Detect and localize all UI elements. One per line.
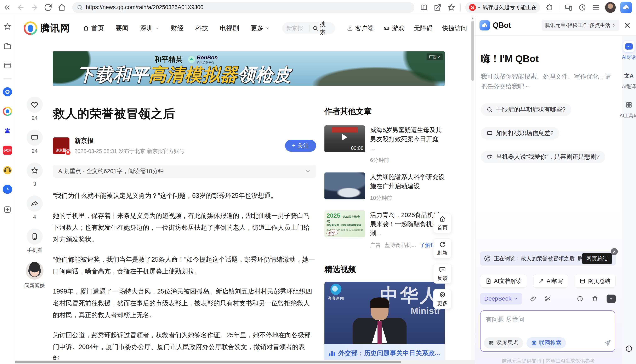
devices-icon[interactable] bbox=[564, 3, 573, 12]
sidebar-ad[interactable]: 2025 第22届中国(青岛) 国际食品加工和包装机械展览会 2025年6月27… bbox=[324, 210, 445, 249]
games-link[interactable]: 游戏 bbox=[383, 24, 404, 32]
quick-access-link[interactable]: 快捷访问 bbox=[442, 24, 467, 32]
send-to-device-icon[interactable] bbox=[434, 3, 442, 12]
related-article-title[interactable]: 威海5岁男童疑遭生母及其男友殴打致死案今日开庭 ... bbox=[370, 126, 445, 153]
close-icon[interactable] bbox=[623, 21, 632, 30]
mobile-view-button[interactable] bbox=[26, 228, 43, 244]
scrollbar-thumb[interactable] bbox=[15, 361, 401, 363]
article-thumbnail[interactable] bbox=[324, 172, 365, 200]
add-shortcut-icon[interactable] bbox=[3, 206, 12, 214]
ad-close-tag[interactable]: 广告 × bbox=[427, 54, 442, 60]
promo-notification-badge[interactable]: S 钱存越久越亏可能正在 bbox=[465, 2, 540, 13]
history-icon[interactable] bbox=[577, 296, 583, 302]
site-name[interactable]: 腾讯网 bbox=[40, 22, 70, 34]
qbot-input[interactable] bbox=[480, 311, 615, 334]
folder-icon[interactable] bbox=[3, 42, 12, 50]
favorite-button[interactable] bbox=[26, 162, 43, 179]
ai-doc-read-button[interactable]: AI文档解读 bbox=[480, 275, 527, 288]
author-avatar[interactable]: 新京报 V bbox=[53, 138, 70, 154]
web-search-toggle[interactable]: 联网搜索 bbox=[526, 337, 566, 348]
clock-shortcut-icon[interactable] bbox=[3, 185, 12, 194]
qbot-toolbar-button[interactable] bbox=[620, 2, 632, 13]
accessibility-link[interactable]: 无障碍 bbox=[414, 24, 433, 32]
follow-button[interactable]: + 关注 bbox=[285, 140, 316, 152]
suggestion-chip[interactable]: 干眼症的早期症状有哪些? bbox=[481, 104, 571, 116]
scrollbar-thumb[interactable] bbox=[472, 21, 474, 81]
video-caption-bar[interactable]: 外交部：历史问题事关中日关系政... bbox=[324, 344, 445, 362]
search-input[interactable] bbox=[286, 25, 309, 32]
favorites-star-icon[interactable] bbox=[3, 22, 12, 31]
new-note-icon[interactable] bbox=[606, 294, 616, 303]
share-button[interactable] bbox=[26, 196, 43, 212]
tab-ai-toolbox[interactable]: AI工具箱 bbox=[620, 99, 636, 119]
ad-source: 蓝博食品机... bbox=[384, 242, 416, 249]
reload-icon[interactable] bbox=[44, 3, 52, 12]
more-tools-label: 更多 bbox=[437, 300, 448, 307]
banner-ad[interactable]: 和平精英 BonBon 腾讯游戏中心 下载和平高清模拟器领枪皮 广告 × bbox=[53, 52, 445, 86]
more-tools-button[interactable]: 更多 bbox=[433, 289, 452, 309]
nav-home[interactable]: 首页 bbox=[83, 24, 104, 32]
extensions-icon[interactable] bbox=[546, 3, 554, 12]
related-article-1[interactable]: 00:08 威海5岁男童疑遭生母及其男友殴打致死案今日开庭 ... 6分钟前 bbox=[324, 126, 445, 164]
profile-avatar[interactable] bbox=[605, 2, 616, 13]
scroll-up-arrow[interactable] bbox=[472, 16, 474, 19]
xiaohongshu-shortcut-icon[interactable]: 小红书 bbox=[3, 146, 12, 155]
workspace-icon[interactable] bbox=[3, 61, 12, 70]
qq-browser-shortcut-icon[interactable] bbox=[3, 87, 12, 96]
feedback-button[interactable]: 反馈 bbox=[433, 264, 452, 284]
ad-poster-thumbnail[interactable]: 2025 第22届中国(青岛) 国际食品加工和包装机械展览会 2025年6月27… bbox=[324, 210, 365, 237]
refresh-button[interactable]: 刷新 bbox=[433, 238, 452, 258]
collapse-sidebar-icon[interactable] bbox=[3, 3, 11, 12]
model-selector[interactable]: DeepSeek bbox=[480, 293, 522, 304]
tab-ai-chat[interactable]: AI对话 bbox=[622, 41, 636, 60]
history-icon[interactable] bbox=[578, 3, 586, 12]
menu-icon[interactable] bbox=[592, 3, 600, 12]
page-summary-button[interactable]: 网页总结 bbox=[574, 275, 616, 288]
baidu-shortcut-icon[interactable] bbox=[3, 126, 12, 135]
client-link[interactable]: 客户端 bbox=[347, 24, 374, 32]
home-icon[interactable] bbox=[58, 3, 66, 12]
summarize-page-button[interactable]: 网页总结 bbox=[582, 253, 612, 264]
search-button[interactable]: 搜索 bbox=[312, 20, 331, 36]
like-button[interactable] bbox=[26, 96, 43, 113]
news-assistant-avatar[interactable] bbox=[26, 262, 44, 280]
suggestion-chip[interactable]: 当机器人说“我爱你”，是喜剧还是悲剧? bbox=[481, 151, 605, 163]
featured-video-frame[interactable]: 中华人 Ministr 海客新闻 bbox=[324, 282, 445, 344]
nav-more[interactable]: 更多 bbox=[251, 24, 270, 32]
related-article-title[interactable]: 人类细胞谱系大科学研究设施在广州启动建设 bbox=[370, 172, 445, 191]
nav-news[interactable]: 要闻 bbox=[116, 24, 128, 32]
featured-video-card[interactable]: 中华人 Ministr 海客新闻 外交部：历史问题事关中日关系政... bbox=[324, 282, 445, 362]
alert-icon[interactable] bbox=[625, 345, 633, 352]
ai-write-button[interactable]: AI帮写 bbox=[533, 275, 568, 288]
suggestion-chip[interactable]: 如何打破职场信息差? bbox=[481, 127, 559, 140]
vertical-scrollbar[interactable] bbox=[471, 15, 474, 360]
bookmark-star-icon[interactable] bbox=[447, 3, 456, 12]
video-thumbnail[interactable]: 00:08 bbox=[324, 126, 365, 152]
address-bar[interactable]: https://news.qq.com/rain/a/20250325A01X9… bbox=[72, 2, 414, 13]
tencent-news-shortcut-icon[interactable] bbox=[3, 107, 12, 116]
send-icon[interactable] bbox=[604, 339, 612, 347]
comment-button[interactable] bbox=[26, 130, 43, 146]
horizontal-scrollbar[interactable] bbox=[15, 360, 475, 364]
attach-file-icon[interactable] bbox=[530, 296, 537, 302]
paragraph: 她的手机里，保存着十来条见义勇为的短视频，有此前媒体报道的，湖北仙桃一男子骑白马… bbox=[53, 210, 316, 245]
forward-icon[interactable] bbox=[30, 3, 38, 12]
reading-mode-icon[interactable] bbox=[420, 3, 428, 12]
back-icon[interactable] bbox=[16, 3, 25, 12]
dismiss-browsing-icon[interactable] bbox=[611, 248, 618, 255]
ai-summary-bar[interactable]: AI划重点 · 全文约6201字，阅读需18分钟 bbox=[53, 165, 316, 178]
go-home-button[interactable]: 首页 bbox=[433, 213, 452, 233]
nav-tech[interactable]: 科技 bbox=[195, 24, 208, 32]
tencent-logo[interactable] bbox=[24, 21, 37, 35]
screenshot-scissors-icon[interactable] bbox=[544, 296, 551, 302]
related-article-2[interactable]: 人类细胞谱系大科学研究设施在广州启动建设 10分钟前 bbox=[324, 172, 445, 202]
customer-service-shortcut-icon[interactable] bbox=[3, 165, 12, 174]
author-name[interactable]: 新京报 bbox=[74, 136, 185, 145]
clear-chat-icon[interactable] bbox=[592, 296, 598, 302]
nav-finance[interactable]: 财经 bbox=[171, 24, 184, 32]
deep-think-toggle[interactable]: 深度思考 bbox=[484, 337, 523, 348]
yuanbao-promo-button[interactable]: 腾讯元宝-轻松工作 多点生活 bbox=[542, 20, 620, 31]
nav-tv[interactable]: 电视剧 bbox=[220, 24, 239, 32]
nav-shenzhen[interactable]: 深圳 bbox=[140, 24, 159, 32]
tab-ai-translate[interactable]: 文A AI翻译 bbox=[622, 70, 636, 90]
